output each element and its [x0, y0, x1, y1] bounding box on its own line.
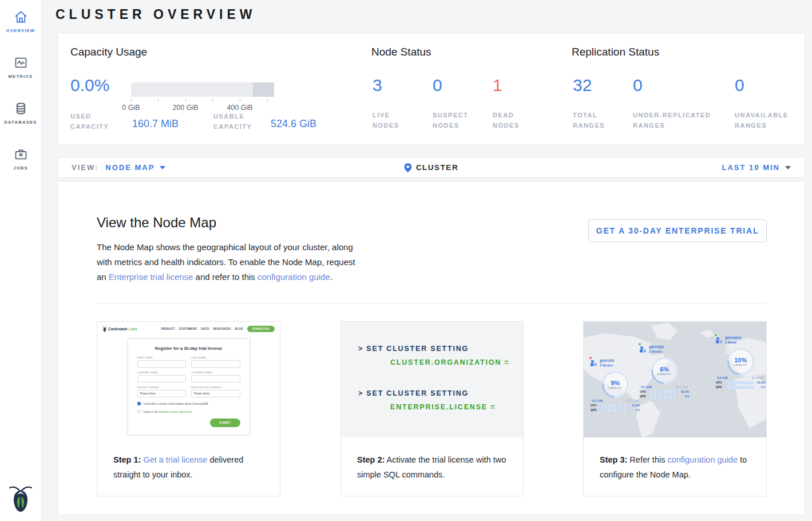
- sql-command-2: > SET CLUSTER SETTING: [358, 389, 469, 397]
- node-map-heading: View the Node Map: [97, 215, 216, 231]
- description-text: .: [330, 272, 332, 282]
- sidebar-item-label: OVERVIEW: [0, 28, 41, 33]
- sidebar-item-label: DATABASES: [0, 120, 41, 125]
- live-nodes-label: LIVE NODES: [373, 110, 408, 131]
- sidebar-item-jobs[interactable]: JOBS: [0, 147, 41, 171]
- healthy-status-dot: [714, 333, 718, 337]
- capacity-ring: 10% CAPACITY: [722, 342, 759, 380]
- qps-meter: [725, 386, 754, 389]
- qps-value: 0.0: [679, 394, 689, 398]
- locality-breadcrumb: CLUSTER: [404, 163, 458, 172]
- cpu-value: 42.5%: [679, 390, 689, 393]
- map-pin-icon: [404, 163, 411, 172]
- get-enterprise-trial-button[interactable]: GET A 30-DAY ENTERPRISE TRIAL: [588, 219, 767, 242]
- usable-capacity-label: USABLE CAPACITY: [213, 111, 260, 132]
- sql-arg-2: ENTERPRISE.LICENSE =: [390, 403, 496, 411]
- field-label: COMPANY NAME: [137, 371, 187, 374]
- tick-label-400: 400 GiB: [227, 104, 252, 112]
- checkbox-unchecked-icon: [137, 410, 141, 413]
- reason-select: Please Select: [191, 390, 240, 397]
- node-status-title: Node Status: [371, 46, 431, 58]
- capacity-label: CAPACITY: [608, 386, 622, 389]
- cpu-value: 53.3%: [755, 381, 765, 384]
- capacity-label: CAPACITY: [657, 373, 671, 376]
- email-updates-checkbox-row: I would like to receive email updates ab…: [137, 402, 240, 405]
- field-label: PROJECT PHASE: [137, 386, 187, 389]
- node-map-preview: geo=sfo 2 Nodes 9% CAPACITY 3.2 GiB 35.1…: [584, 322, 766, 437]
- get-trial-license-link[interactable]: Get a trial license: [143, 455, 207, 464]
- step3-prefix: Step 3:: [600, 455, 627, 464]
- under-replicated-ranges-label: UNDER-REPLICATED RANGES: [633, 110, 730, 131]
- license-agreement-checkbox-row: I agree to the Software License Agreemen…: [137, 410, 240, 413]
- minisite-nav-item: PRODUCT: [161, 327, 175, 330]
- locality-nodes: 1 Node: [725, 340, 741, 345]
- cpu-label: CPU: [716, 381, 723, 384]
- enterprise-trial-license-link[interactable]: Enterprise trial license: [109, 272, 193, 282]
- checkbox-label-text: I agree to the: [143, 411, 159, 413]
- dead-nodes-label: DEAD NODES: [493, 110, 528, 131]
- time-range-dropdown[interactable]: LAST 10 MIN: [722, 163, 791, 172]
- minisite-brand-name: Cockroach: [108, 327, 128, 331]
- cpu-meter: [600, 404, 628, 407]
- capacity-label: CAPACITY: [734, 364, 747, 366]
- qps-meter: [649, 395, 678, 398]
- used-gib: 3.6 GiB: [717, 376, 728, 380]
- chevron-down-icon: [785, 166, 791, 169]
- qps-value: 0.4: [755, 385, 765, 389]
- project-phase-select: Please Select: [137, 390, 187, 397]
- minisite-header: Cockroach LABS PRODUCT CUSTOMERS DOCS RE…: [97, 322, 280, 332]
- used-capacity-value: 160.7 MiB: [132, 118, 179, 130]
- sidebar-item-metrics[interactable]: METRICS: [0, 55, 41, 79]
- step3-caption: Step 3: Refer this configuration guide t…: [584, 437, 766, 482]
- metrics-chart-icon: [13, 55, 29, 70]
- minisite-nav-item: BLOG: [235, 327, 243, 330]
- view-selector-dropdown[interactable]: NODE MAP: [105, 163, 165, 172]
- time-range-value: LAST 10 MIN: [722, 163, 780, 172]
- step2-card: > SET CLUSTER SETTING CLUSTER.ORGANIZATI…: [340, 321, 524, 496]
- company-name-field: [137, 375, 187, 382]
- step1-caption: Step 1: Get a trial license delivered st…: [97, 437, 280, 482]
- checkbox-checked-icon: [137, 402, 141, 405]
- capacity-percent: 9%: [608, 380, 622, 386]
- tick-label-0: 0 GiB: [122, 104, 140, 112]
- locality-name: geo=nyc: [649, 345, 664, 349]
- sidebar-item-overview[interactable]: OVERVIEW: [0, 9, 41, 33]
- total-gib: 43.7 GiB: [675, 385, 688, 389]
- view-label: VIEW:: [72, 163, 98, 172]
- total-ranges-value: 32: [573, 76, 592, 95]
- sidebar-item-databases[interactable]: DATABASES: [0, 101, 41, 125]
- capacity-ring: 9% CAPACITY: [596, 365, 634, 403]
- configuration-guide-link[interactable]: configuration guide: [258, 272, 330, 282]
- minisite-brand: Cockroach LABS: [102, 326, 137, 332]
- sql-commands-graphic: > SET CLUSTER SETTING CLUSTER.ORGANIZATI…: [341, 322, 523, 437]
- registration-page-thumbnail: Cockroach LABS PRODUCT CUSTOMERS DOCS RE…: [97, 322, 280, 437]
- capacity-ring: 6% CAPACITY: [645, 352, 683, 389]
- minisite-download-button: DOWNLOAD: [247, 326, 275, 332]
- view-selector-value: NODE MAP: [105, 163, 155, 172]
- live-nodes-value: 3: [373, 76, 382, 95]
- field-label: LAST NAME: [191, 356, 240, 359]
- first-name-field: [137, 360, 187, 368]
- step3-text: Refer this: [627, 455, 667, 464]
- chevron-down-icon: [160, 166, 165, 169]
- checkbox-label: I agree to the Software License Agreemen…: [143, 411, 193, 413]
- locality-name: geo=ams: [725, 336, 741, 340]
- qps-label: QPS: [591, 408, 598, 412]
- under-replicated-ranges-value: 0: [633, 76, 643, 95]
- alert-status-dot: [589, 356, 592, 360]
- node-cubes-icon: [591, 358, 597, 369]
- license-agreement-link: Software License Agreement.: [159, 411, 192, 413]
- capacity-percent: 6%: [657, 366, 671, 373]
- node-cubes-icon: [640, 345, 647, 355]
- sidebar-item-label: JOBS: [0, 165, 41, 171]
- tick-label-200: 200 GiB: [172, 104, 198, 112]
- page-title: CLUSTER OVERVIEW: [56, 7, 256, 22]
- cpu-label: CPU: [591, 404, 598, 407]
- minisite-nav-item: RESOURCES: [213, 327, 231, 330]
- configuration-guide-link[interactable]: configuration guide: [667, 455, 738, 464]
- cluster-summary-panel: Capacity Usage 0.0% 0 GiB 200 GiB 400 Gi…: [57, 33, 805, 145]
- minisite-form-title: Register for a 30-day trial license: [137, 346, 240, 351]
- capacity-bar-reserved-segment: [253, 82, 274, 97]
- locality-bubble-ams: geo=ams 1 Node 10% CAPACITY 3.6 GiB 36.4…: [716, 336, 765, 389]
- step3-card: geo=sfo 2 Nodes 9% CAPACITY 3.2 GiB 35.1…: [583, 321, 767, 496]
